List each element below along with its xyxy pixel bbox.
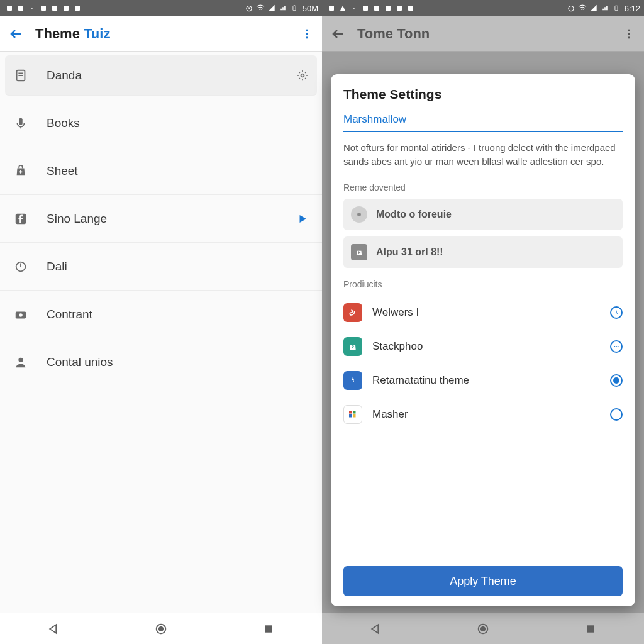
radio-button[interactable] xyxy=(610,408,623,421)
section-label: Reme dovented xyxy=(343,182,623,192)
product-row-welwers[interactable]: Welwers I xyxy=(343,296,623,330)
svg-rect-39 xyxy=(349,411,352,414)
title-main: Tome xyxy=(357,26,397,42)
list-label: Sheet xyxy=(47,164,309,178)
notif-icon xyxy=(395,4,404,13)
signal-icon xyxy=(267,4,276,13)
product-row-stackphoo[interactable]: 2 Stackphoo xyxy=(343,330,623,364)
navbar-left xyxy=(0,613,322,644)
list-item-sheet[interactable]: Sheet xyxy=(0,147,322,195)
notif-icon xyxy=(406,4,415,13)
notif-icon xyxy=(5,4,14,13)
nav-recents-button[interactable] xyxy=(580,619,601,639)
svg-rect-8 xyxy=(294,5,295,6)
list-label: Dali xyxy=(47,260,309,274)
overflow-button[interactable] xyxy=(621,26,636,42)
battery-icon xyxy=(290,4,299,13)
list-item-sino[interactable]: Sino Lange xyxy=(0,195,322,243)
product-row-masher[interactable]: Masher xyxy=(343,397,623,431)
svg-point-44 xyxy=(480,626,485,631)
bag-plus-icon xyxy=(13,163,29,179)
nav-home-button[interactable] xyxy=(473,619,493,639)
notif-icon: · xyxy=(28,4,36,13)
list-label: Contrant xyxy=(47,308,309,321)
notif-icon xyxy=(372,4,381,13)
theme-settings-sheet: Theme Settings Marshmallow Not ofturs fo… xyxy=(331,74,635,606)
list-label: Danda xyxy=(47,69,296,82)
svg-rect-5 xyxy=(75,6,80,11)
svg-rect-30 xyxy=(615,6,618,11)
circle-icon xyxy=(154,622,168,636)
navbar-right xyxy=(322,613,644,644)
list-item-contal[interactable]: Contal unios xyxy=(0,338,322,386)
notif-icon xyxy=(50,4,59,13)
back-button[interactable] xyxy=(8,25,25,43)
signal-icon xyxy=(589,4,598,13)
app-icon: 2 xyxy=(343,337,362,356)
notif-icon xyxy=(327,4,336,13)
svg-rect-26 xyxy=(386,6,391,11)
svg-rect-28 xyxy=(408,6,413,11)
title-accent: Tonn xyxy=(397,26,430,42)
svg-point-11 xyxy=(306,36,308,38)
svg-rect-40 xyxy=(353,411,356,414)
apply-theme-button[interactable]: Apply Theme xyxy=(343,566,623,596)
radio-button[interactable] xyxy=(610,306,623,319)
app-icon xyxy=(343,405,362,424)
appbar-title: Theme Tuiz xyxy=(35,26,110,42)
theme-name-tab[interactable]: Marshmallow xyxy=(343,113,623,132)
svg-point-18 xyxy=(19,313,23,317)
theme-description: Not ofturs for montal atiriders - I truo… xyxy=(343,141,623,169)
svg-point-36 xyxy=(614,346,615,347)
app-icon xyxy=(343,371,362,390)
svg-rect-1 xyxy=(18,6,23,11)
cell-icon xyxy=(601,4,609,13)
nav-back-button[interactable] xyxy=(43,619,64,639)
appbar-title: Tome Tonn xyxy=(357,26,430,42)
overflow-button[interactable] xyxy=(299,26,314,42)
clock-text: 50M xyxy=(303,4,318,13)
list-label: Books xyxy=(47,116,309,130)
card-alpu[interactable]: Alpu 31 orl 8!! xyxy=(343,236,623,268)
svg-point-10 xyxy=(306,33,308,35)
svg-point-33 xyxy=(628,36,630,38)
gear-icon xyxy=(296,69,309,82)
svg-rect-14 xyxy=(19,118,23,125)
back-button[interactable] xyxy=(330,25,347,43)
notif-icon xyxy=(361,4,370,13)
nav-back-button[interactable] xyxy=(365,619,386,639)
nav-recents-button[interactable] xyxy=(258,619,279,639)
arrow-left-icon xyxy=(331,26,346,42)
svg-point-32 xyxy=(628,33,630,35)
notif-icon xyxy=(384,4,392,13)
svg-point-9 xyxy=(306,29,308,31)
product-label: Welwers I xyxy=(372,306,610,319)
list-item-contrant[interactable]: Contrant xyxy=(0,291,322,338)
cell-icon xyxy=(279,4,287,13)
radio-button[interactable] xyxy=(610,374,623,387)
card-label: Modto o foreuie xyxy=(376,209,452,220)
person-icon xyxy=(13,354,29,370)
circle-icon xyxy=(351,206,367,223)
appbar-left: Theme Tuiz xyxy=(0,16,322,52)
svg-rect-41 xyxy=(349,414,352,418)
svg-text:2: 2 xyxy=(352,345,354,349)
radio-button[interactable] xyxy=(610,340,623,353)
wifi-icon xyxy=(256,4,265,13)
square-icon xyxy=(263,623,274,635)
notif-icon: · xyxy=(350,4,358,13)
product-label: Masher xyxy=(372,408,610,421)
list-item-danda[interactable]: Danda xyxy=(5,55,317,96)
list-item-dali[interactable]: Dali xyxy=(0,243,322,291)
notif-icon xyxy=(73,4,82,13)
power-icon xyxy=(13,258,29,275)
more-vert-icon xyxy=(301,28,313,40)
card-modto[interactable]: Modto o foreuie xyxy=(343,199,623,230)
product-row-retarnatatinu[interactable]: Retarnatatinu theme xyxy=(343,364,623,397)
svg-point-38 xyxy=(618,346,619,347)
svg-rect-2 xyxy=(41,6,46,11)
app-icon xyxy=(343,303,362,322)
list-item-books[interactable]: Books xyxy=(0,99,322,147)
right-device: · 6:12 Tome Tonn xyxy=(322,0,644,644)
nav-home-button[interactable] xyxy=(151,619,171,639)
